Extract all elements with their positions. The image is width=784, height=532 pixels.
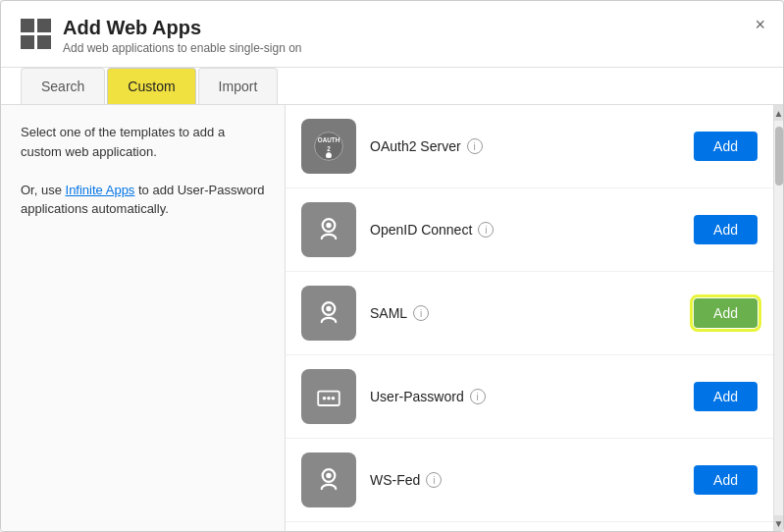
add-button-oauth2[interactable]: Add — [694, 132, 758, 161]
close-button[interactable]: × — [749, 13, 771, 37]
app-icon-grid — [21, 19, 51, 49]
info-icon-userpassword[interactable]: i — [470, 389, 486, 404]
svg-point-6 — [326, 223, 331, 228]
app-name-userpassword: User-Password i — [370, 389, 680, 404]
add-button-userpassword[interactable]: Add — [694, 382, 758, 411]
description: Select one of the templates to add a cus… — [21, 123, 265, 219]
wsfed-icon — [301, 452, 356, 507]
left-panel: Select one of the templates to add a cus… — [1, 105, 286, 531]
tab-custom[interactable]: Custom — [107, 68, 195, 104]
svg-point-8 — [326, 306, 331, 311]
app-name-saml: SAML i — [370, 305, 680, 321]
scrollbar: ▲ ▼ — [773, 105, 783, 531]
svg-point-14 — [326, 473, 331, 478]
desc-start: Select one of the templates to add a cus… — [21, 125, 225, 159]
oauth2-icon: OAUTH 2 — [301, 119, 356, 174]
icon-sq-4 — [37, 35, 51, 49]
info-icon-saml[interactable]: i — [413, 305, 429, 321]
modal-title-section: Add Web Apps Add web applications to ena… — [63, 17, 763, 55]
tab-bar: Search Custom Import — [1, 68, 783, 105]
desc-or: Or, use — [21, 183, 66, 197]
scrollbar-down-button[interactable]: ▼ — [774, 515, 783, 531]
info-icon-openid[interactable]: i — [478, 222, 494, 238]
icon-sq-2 — [37, 19, 51, 32]
list-item: OAUTH 2 OAuth2 Server i Add — [286, 105, 773, 188]
icon-sq-1 — [21, 19, 34, 32]
saml-icon — [301, 286, 356, 341]
svg-point-11 — [327, 397, 331, 400]
list-item: WS-Fed i Add — [286, 439, 773, 522]
list-item: OpenID Connect i Add — [286, 188, 773, 272]
userpassword-icon — [301, 369, 356, 424]
svg-point-10 — [323, 397, 327, 400]
add-button-wsfed[interactable]: Add — [694, 465, 758, 495]
modal-body: Select one of the templates to add a cus… — [1, 105, 783, 531]
modal: Add Web Apps Add web applications to ena… — [0, 0, 784, 532]
add-button-saml[interactable]: Add — [694, 298, 758, 328]
app-list: OAUTH 2 OAuth2 Server i Add — [286, 105, 773, 522]
svg-text:OAUTH: OAUTH — [318, 136, 340, 143]
app-name-openid: OpenID Connect i — [370, 222, 680, 238]
info-icon-oauth2[interactable]: i — [467, 138, 483, 154]
modal-header: Add Web Apps Add web applications to ena… — [1, 1, 783, 68]
tab-search[interactable]: Search — [21, 68, 105, 104]
list-item: SAML i Add — [286, 272, 773, 355]
openid-icon — [301, 202, 356, 257]
modal-title: Add Web Apps — [63, 17, 763, 39]
info-icon-wsfed[interactable]: i — [426, 472, 442, 488]
infinite-apps-link[interactable]: Infinite Apps — [66, 183, 135, 197]
svg-rect-4 — [326, 154, 331, 158]
svg-text:2: 2 — [327, 145, 331, 152]
app-name-wsfed: WS-Fed i — [370, 472, 680, 488]
list-item: User-Password i Add — [286, 355, 773, 439]
right-panel[interactable]: OAUTH 2 OAuth2 Server i Add — [286, 105, 773, 531]
scrollbar-up-button[interactable]: ▲ — [774, 105, 783, 121]
tab-import[interactable]: Import — [198, 68, 279, 104]
scrollbar-track-area[interactable] — [774, 121, 783, 515]
app-name-oauth2: OAuth2 Server i — [370, 138, 680, 154]
scrollbar-thumb[interactable] — [775, 127, 783, 186]
svg-point-12 — [332, 397, 336, 400]
icon-sq-3 — [21, 35, 34, 49]
add-button-openid[interactable]: Add — [694, 215, 758, 244]
modal-subtitle: Add web applications to enable single-si… — [63, 41, 763, 55]
